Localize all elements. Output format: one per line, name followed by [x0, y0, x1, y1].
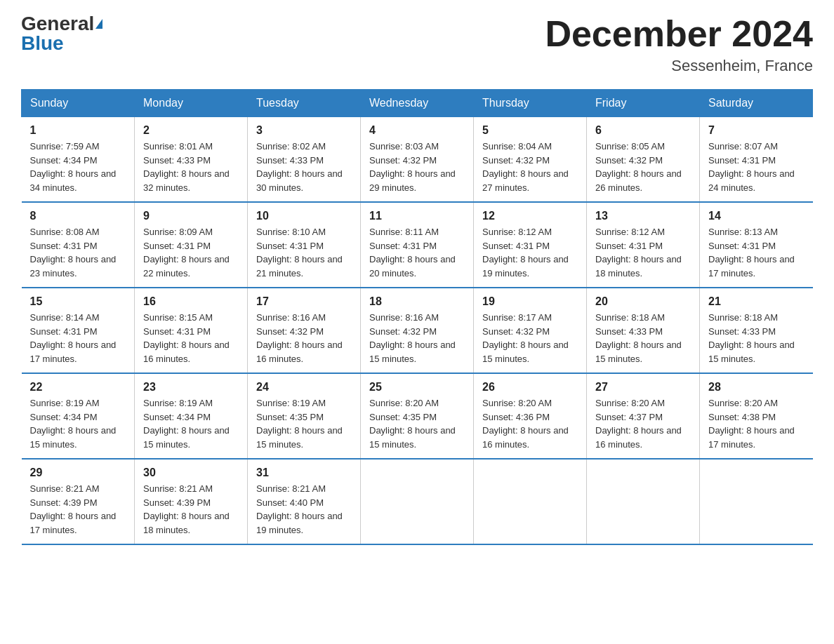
day-number: 18 — [369, 295, 465, 308]
week-row-5: 29Sunrise: 8:21 AMSunset: 4:39 PMDayligh… — [22, 459, 813, 544]
day-info: Sunrise: 8:19 AMSunset: 4:34 PMDaylight:… — [143, 396, 239, 451]
day-cell — [587, 459, 700, 544]
day-info: Sunrise: 8:21 AMSunset: 4:39 PMDaylight:… — [143, 482, 239, 537]
day-info: Sunrise: 8:20 AMSunset: 4:37 PMDaylight:… — [595, 396, 691, 451]
day-cell: 26Sunrise: 8:20 AMSunset: 4:36 PMDayligh… — [474, 373, 587, 459]
day-cell: 6Sunrise: 8:05 AMSunset: 4:32 PMDaylight… — [587, 117, 700, 203]
day-info: Sunrise: 8:20 AMSunset: 4:38 PMDaylight:… — [708, 396, 805, 451]
day-cell: 16Sunrise: 8:15 AMSunset: 4:31 PMDayligh… — [135, 288, 248, 373]
day-number: 4 — [369, 124, 465, 137]
week-row-3: 15Sunrise: 8:14 AMSunset: 4:31 PMDayligh… — [22, 288, 813, 373]
day-cell: 1Sunrise: 7:59 AMSunset: 4:34 PMDaylight… — [22, 117, 135, 203]
day-cell: 30Sunrise: 8:21 AMSunset: 4:39 PMDayligh… — [135, 459, 248, 544]
day-number: 12 — [482, 210, 578, 222]
location-label: Sessenheim, France — [545, 57, 813, 75]
day-number: 26 — [482, 381, 578, 394]
day-cell: 12Sunrise: 8:12 AMSunset: 4:31 PMDayligh… — [474, 202, 587, 288]
day-cell: 29Sunrise: 8:21 AMSunset: 4:39 PMDayligh… — [22, 459, 135, 544]
day-cell: 7Sunrise: 8:07 AMSunset: 4:31 PMDaylight… — [700, 117, 813, 203]
day-number: 9 — [143, 210, 239, 222]
day-cell: 20Sunrise: 8:18 AMSunset: 4:33 PMDayligh… — [587, 288, 700, 373]
day-cell: 15Sunrise: 8:14 AMSunset: 4:31 PMDayligh… — [22, 288, 135, 373]
day-number: 30 — [143, 467, 239, 479]
day-info: Sunrise: 8:15 AMSunset: 4:31 PMDaylight:… — [143, 311, 239, 365]
day-cell: 22Sunrise: 8:19 AMSunset: 4:34 PMDayligh… — [22, 373, 135, 459]
day-cell: 4Sunrise: 8:03 AMSunset: 4:32 PMDaylight… — [361, 117, 474, 203]
day-info: Sunrise: 8:10 AMSunset: 4:31 PMDaylight:… — [256, 225, 352, 280]
logo-general-text: General — [21, 14, 94, 34]
day-cell: 11Sunrise: 8:11 AMSunset: 4:31 PMDayligh… — [361, 202, 474, 288]
day-number: 16 — [143, 295, 239, 308]
day-info: Sunrise: 8:17 AMSunset: 4:32 PMDaylight:… — [482, 311, 578, 365]
day-cell: 5Sunrise: 8:04 AMSunset: 4:32 PMDaylight… — [474, 117, 587, 203]
week-row-1: 1Sunrise: 7:59 AMSunset: 4:34 PMDaylight… — [22, 117, 813, 203]
day-info: Sunrise: 8:16 AMSunset: 4:32 PMDaylight:… — [369, 311, 465, 365]
day-cell — [700, 459, 813, 544]
day-cell: 17Sunrise: 8:16 AMSunset: 4:32 PMDayligh… — [248, 288, 361, 373]
day-number: 27 — [595, 381, 691, 394]
calendar-table: SundayMondayTuesdayWednesdayThursdayFrid… — [21, 89, 813, 545]
day-info: Sunrise: 8:18 AMSunset: 4:33 PMDaylight:… — [708, 311, 805, 365]
day-number: 23 — [143, 381, 239, 394]
day-cell: 14Sunrise: 8:13 AMSunset: 4:31 PMDayligh… — [700, 202, 813, 288]
day-info: Sunrise: 8:03 AMSunset: 4:32 PMDaylight:… — [369, 140, 465, 194]
day-info: Sunrise: 8:11 AMSunset: 4:31 PMDaylight:… — [369, 225, 465, 280]
day-number: 14 — [708, 210, 805, 222]
day-number: 10 — [256, 210, 352, 222]
header-saturday: Saturday — [700, 90, 813, 117]
day-info: Sunrise: 8:12 AMSunset: 4:31 PMDaylight:… — [595, 225, 691, 280]
logo-blue-text: Blue — [21, 34, 64, 53]
day-info: Sunrise: 8:18 AMSunset: 4:33 PMDaylight:… — [595, 311, 691, 365]
day-cell: 19Sunrise: 8:17 AMSunset: 4:32 PMDayligh… — [474, 288, 587, 373]
day-info: Sunrise: 8:08 AMSunset: 4:31 PMDaylight:… — [30, 225, 126, 280]
day-cell: 21Sunrise: 8:18 AMSunset: 4:33 PMDayligh… — [700, 288, 813, 373]
day-number: 7 — [708, 124, 805, 137]
day-cell: 23Sunrise: 8:19 AMSunset: 4:34 PMDayligh… — [135, 373, 248, 459]
logo-triangle-icon — [95, 19, 102, 29]
day-number: 2 — [143, 124, 239, 137]
day-number: 13 — [595, 210, 691, 222]
day-number: 1 — [30, 124, 126, 137]
page-header: General Blue December 2024 Sessenheim, F… — [21, 14, 813, 75]
day-info: Sunrise: 8:12 AMSunset: 4:31 PMDaylight:… — [482, 225, 578, 280]
day-info: Sunrise: 8:21 AMSunset: 4:39 PMDaylight:… — [30, 482, 126, 537]
day-number: 29 — [30, 467, 126, 479]
day-number: 6 — [595, 124, 691, 137]
day-number: 8 — [30, 210, 126, 222]
day-number: 25 — [369, 381, 465, 394]
logo: General Blue — [21, 14, 102, 53]
day-info: Sunrise: 8:07 AMSunset: 4:31 PMDaylight:… — [708, 140, 805, 194]
day-cell: 9Sunrise: 8:09 AMSunset: 4:31 PMDaylight… — [135, 202, 248, 288]
day-cell: 2Sunrise: 8:01 AMSunset: 4:33 PMDaylight… — [135, 117, 248, 203]
day-number: 31 — [256, 467, 352, 479]
day-number: 11 — [369, 210, 465, 222]
day-number: 5 — [482, 124, 578, 137]
day-cell — [474, 459, 587, 544]
week-row-4: 22Sunrise: 8:19 AMSunset: 4:34 PMDayligh… — [22, 373, 813, 459]
calendar-header-row: SundayMondayTuesdayWednesdayThursdayFrid… — [22, 90, 813, 117]
day-number: 21 — [708, 295, 805, 308]
day-info: Sunrise: 8:19 AMSunset: 4:34 PMDaylight:… — [30, 396, 126, 451]
day-number: 24 — [256, 381, 352, 394]
day-number: 19 — [482, 295, 578, 308]
day-cell: 28Sunrise: 8:20 AMSunset: 4:38 PMDayligh… — [700, 373, 813, 459]
day-info: Sunrise: 7:59 AMSunset: 4:34 PMDaylight:… — [30, 140, 126, 194]
day-info: Sunrise: 8:20 AMSunset: 4:35 PMDaylight:… — [369, 396, 465, 451]
day-info: Sunrise: 8:01 AMSunset: 4:33 PMDaylight:… — [143, 140, 239, 194]
day-cell: 27Sunrise: 8:20 AMSunset: 4:37 PMDayligh… — [587, 373, 700, 459]
day-number: 22 — [30, 381, 126, 394]
day-number: 3 — [256, 124, 352, 137]
day-info: Sunrise: 8:14 AMSunset: 4:31 PMDaylight:… — [30, 311, 126, 365]
day-number: 17 — [256, 295, 352, 308]
day-info: Sunrise: 8:16 AMSunset: 4:32 PMDaylight:… — [256, 311, 352, 365]
day-info: Sunrise: 8:20 AMSunset: 4:36 PMDaylight:… — [482, 396, 578, 451]
day-info: Sunrise: 8:02 AMSunset: 4:33 PMDaylight:… — [256, 140, 352, 194]
day-number: 28 — [708, 381, 805, 394]
day-info: Sunrise: 8:13 AMSunset: 4:31 PMDaylight:… — [708, 225, 805, 280]
month-title: December 2024 — [545, 14, 813, 54]
day-info: Sunrise: 8:19 AMSunset: 4:35 PMDaylight:… — [256, 396, 352, 451]
day-info: Sunrise: 8:04 AMSunset: 4:32 PMDaylight:… — [482, 140, 578, 194]
day-number: 20 — [595, 295, 691, 308]
header-friday: Friday — [587, 90, 700, 117]
day-info: Sunrise: 8:05 AMSunset: 4:32 PMDaylight:… — [595, 140, 691, 194]
